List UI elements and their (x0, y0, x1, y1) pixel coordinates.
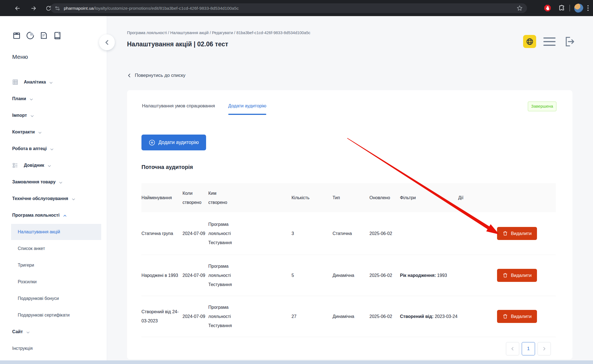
app-root: Меню Аналітика Плани Імпорт Контракти Ро… (0, 16, 593, 364)
hamburger-menu-button[interactable] (543, 36, 556, 47)
horizontal-scrollbar[interactable] (0, 360, 593, 364)
sidebar-item-loyalty-program[interactable]: Програма лояльності (0, 207, 107, 224)
table-row: Створений від 24-03-2023 2024-07-09 Прог… (141, 296, 556, 337)
sidebar-collapse-button[interactable] (99, 34, 115, 50)
sidebar-subitem-questionnaires[interactable]: Список анкет (0, 240, 107, 257)
profile-avatar[interactable] (574, 3, 584, 13)
sidebar-item-goods-order[interactable]: Замовлення товару (0, 174, 107, 190)
sidebar-item-instruction[interactable]: Інструкція (0, 340, 107, 357)
chevron-down-icon (30, 114, 34, 118)
archive-icon[interactable] (12, 31, 21, 40)
breadcrumb[interactable]: Програма лояльності / Налаштування акцій… (127, 31, 310, 35)
chevron-down-icon (59, 181, 63, 184)
col-actions: Дії (458, 183, 556, 212)
site-info-icon[interactable] (54, 5, 60, 11)
sidebar-item-maintenance[interactable]: Технічне обслуговування (0, 190, 107, 207)
delete-button[interactable]: Видалити (497, 227, 537, 240)
col-count: Кількість (292, 183, 333, 212)
bookmark-star-icon[interactable] (516, 5, 523, 12)
chevron-down-icon (72, 197, 75, 201)
delete-button[interactable]: Видалити (497, 310, 537, 323)
pagination-next-button[interactable] (538, 342, 551, 355)
chevron-left-icon (104, 39, 110, 46)
chevron-down-icon (38, 131, 42, 135)
logout-button[interactable] (563, 35, 576, 48)
col-name: Найменування (141, 183, 183, 212)
section-title: Поточна аудиторія (141, 164, 193, 170)
sidebar-subitem-promo-settings[interactable]: Налаштування акцій (11, 224, 101, 240)
chevron-down-icon (26, 330, 30, 334)
delete-button[interactable]: Видалити (497, 269, 537, 282)
promotion-card: Налаштування умов спрацювання Додати ауд… (127, 90, 572, 359)
sidebar-item-import[interactable]: Імпорт (0, 107, 107, 124)
sidebar-subitem-gift-bonuses[interactable]: Подарункові бонуси (0, 290, 107, 307)
chevron-right-icon (542, 347, 546, 351)
col-updated: Оновлено (369, 183, 400, 212)
pagination-page-1[interactable]: 1 (522, 342, 535, 355)
page-title: Налаштування акцій | 02.06 тест (127, 41, 228, 48)
chevron-down-icon (49, 81, 53, 85)
grid-icon (12, 79, 18, 85)
browser-forward-button[interactable] (29, 4, 38, 13)
chevron-down-icon (29, 97, 33, 101)
pagination: 1 (506, 342, 551, 355)
col-filters: Фільтри (400, 183, 458, 212)
back-to-list-link[interactable]: Повернутись до списку (127, 73, 186, 78)
tab-trigger-conditions[interactable]: Налаштування умов спрацювання (142, 103, 215, 111)
col-type: Тип (333, 183, 369, 212)
table-row: Статична група 2024-07-09 Програма лояль… (141, 212, 556, 255)
trash-icon (502, 231, 508, 236)
menu-heading: Меню (12, 54, 28, 60)
sidebar-item-plans[interactable]: Плани (0, 90, 107, 107)
chevron-left-icon (127, 73, 131, 78)
sidebar-subitem-triggers[interactable]: Тригери (0, 257, 107, 274)
adblock-extension-icon[interactable] (543, 4, 552, 12)
chevron-up-icon (63, 214, 67, 218)
status-badge: Завершена (528, 102, 556, 111)
trash-icon (502, 272, 508, 278)
browser-toolbar: pharmapoint.ua/loyalty/customize-promoti… (0, 0, 593, 16)
sidebar-subitem-mailings[interactable]: Розсилки (0, 274, 107, 290)
sidebar-subitem-gift-certificates[interactable]: Подарункові сертифікати (0, 307, 107, 323)
book-icon[interactable] (53, 31, 62, 40)
address-bar[interactable]: pharmapoint.ua/loyalty/customize-promoti… (50, 3, 527, 13)
sidebar-item-site[interactable]: Сайт (0, 323, 107, 340)
extensions-icon[interactable] (558, 4, 566, 12)
tab-bar: Налаштування умов спрацювання Додати ауд… (142, 103, 266, 111)
main-content: Програма лояльності / Налаштування акцій… (107, 16, 593, 364)
table-row: Народжені в 1993 2024-07-09 Програма лоя… (141, 255, 556, 296)
toolbar-separator (569, 5, 570, 11)
pie-chart-icon[interactable] (26, 31, 35, 40)
chevron-down-icon (47, 164, 51, 168)
sidebar-item-directory[interactable]: Довідник (0, 157, 107, 174)
chevron-down-icon (50, 147, 54, 151)
plus-circle-icon (149, 139, 155, 146)
list-icon (12, 162, 18, 168)
sidebar: Меню Аналітика Плани Імпорт Контракти Ро… (0, 16, 107, 364)
sidebar-item-analytics[interactable]: Аналітика (0, 74, 107, 90)
trash-icon (502, 314, 508, 319)
tab-add-audience[interactable]: Додати аудиторію (228, 103, 266, 111)
back-icon (14, 5, 21, 12)
col-created: Коли створено (183, 183, 208, 212)
sidebar-item-pharmacy-work[interactable]: Робота в аптеці (0, 140, 107, 157)
browser-menu-button[interactable] (587, 5, 589, 11)
col-created-by: Ким створено (208, 183, 292, 212)
table-header-row: Найменування Коли створено Ким створено … (141, 183, 556, 212)
browser-back-button[interactable] (13, 4, 22, 13)
sidebar-item-contracts[interactable]: Контракти (0, 124, 107, 140)
chevron-left-icon (510, 347, 515, 351)
forward-icon (30, 5, 37, 12)
globe-icon (526, 38, 534, 46)
document-icon[interactable] (39, 31, 48, 40)
language-globe-button[interactable] (523, 35, 536, 48)
add-audience-button[interactable]: Додати аудиторію (141, 135, 206, 150)
pagination-prev-button[interactable] (506, 342, 519, 355)
url-text[interactable]: pharmapoint.ua/loyalty/customize-promoti… (64, 6, 516, 11)
audience-table: Найменування Коли створено Ким створено … (141, 183, 556, 337)
